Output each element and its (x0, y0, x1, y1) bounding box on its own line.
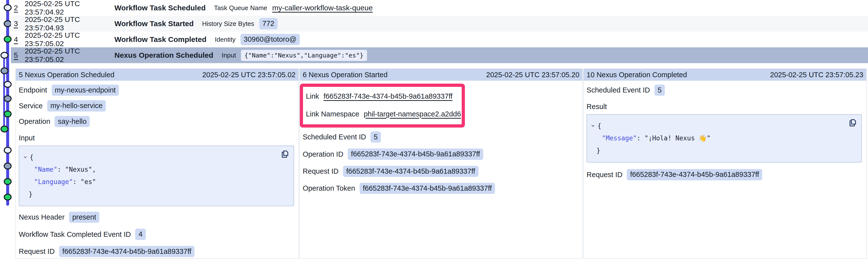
timeline-dot-event-4[interactable] (4, 36, 11, 43)
timeline-dot-event-8[interactable] (4, 95, 11, 102)
event-row-nexus-operation-scheduled[interactable]: 5 2025-02-25 UTC 23:57:05.02 Nexus Opera… (11, 47, 868, 63)
nexus-header-label: Nexus Header (19, 213, 64, 221)
json-open-brace: { (597, 120, 601, 132)
endpoint-badge: my-nexus-endpoint (52, 85, 119, 96)
panel-header: 5 Nexus Operation Scheduled 2025-02-25 U… (16, 69, 299, 81)
event-name: Workflow Task Completed (115, 35, 206, 44)
timeline-dot-event-9[interactable] (4, 111, 11, 117)
copy-icon (280, 149, 290, 159)
link-namespace-link[interactable]: phil-target-namespace2.a2dd6 (364, 110, 461, 118)
event-timestamp: 2025-02-25 UTC 23:57:04.92 (25, 0, 115, 16)
json-key: "Language" (34, 178, 73, 186)
timeline-dot-event-11[interactable] (4, 147, 11, 154)
wtc-event-id-label: Workflow Task Completed Event ID (19, 230, 131, 238)
panel-title: 6 Nexus Operation Started (303, 71, 388, 79)
timeline-dot-event-7[interactable] (4, 81, 11, 88)
event-row-workflow-task-started[interactable]: 3 2025-02-25 UTC 23:57:04.93 Workflow Ta… (11, 16, 868, 32)
timeline-branch-line (3, 55, 5, 130)
json-value: : "es" (73, 178, 96, 186)
event-row-workflow-task-scheduled[interactable]: 2 2025-02-25 UTC 23:57:04.92 Workflow Ta… (11, 0, 868, 16)
copy-icon (847, 118, 857, 128)
panel-title: 10 Nexus Operation Completed (587, 71, 687, 79)
panel-nexus-operation-started: 6 Nexus Operation Started 2025-02-25 UTC… (300, 69, 583, 259)
request-id-label: Request ID (587, 171, 622, 179)
task-queue-link[interactable]: my-caller-workflow-task-queue (272, 4, 373, 12)
event-name: Nexus Operation Scheduled (115, 51, 213, 60)
event-history-rows: 2 2025-02-25 UTC 23:57:04.92 Workflow Ta… (11, 0, 868, 63)
json-close-brace: } (590, 144, 857, 157)
panel-title: 5 Nexus Operation Scheduled (19, 71, 115, 79)
timeline-dot-event-6[interactable] (0, 67, 8, 74)
request-id-label: Request ID (303, 167, 339, 175)
event-id-link[interactable]: 2 (14, 4, 25, 12)
panel-timestamp: 2025-02-25 UTC 23:57:05.02 (202, 71, 296, 79)
panel-timestamp: 2025-02-25 UTC 23:57:05.20 (486, 71, 579, 79)
timeline-dot-event-12[interactable] (4, 162, 11, 170)
panel-header: 6 Nexus Operation Started 2025-02-25 UTC… (300, 69, 583, 81)
identity-badge: 30960@totoro@ (241, 34, 300, 45)
json-value: : "¡Hola! Nexus 👋" (637, 135, 711, 142)
panel-timestamp: 2025-02-25 UTC 23:57:05.23 (770, 71, 863, 79)
event-attr-label: Input (222, 51, 236, 59)
event-row-workflow-task-completed[interactable]: 4 2025-02-25 UTC 23:57:05.02 Workflow Ta… (11, 32, 868, 47)
json-close-brace: } (23, 188, 289, 200)
operation-id-badge: f665283f-743e-4374-b45b-9a61a89337ff (348, 149, 483, 160)
link-namespace-label: Link Namespace (306, 110, 359, 118)
request-id-badge: f665283f-743e-4374-b45b-9a61a89337ff (627, 169, 762, 180)
request-id-label: Request ID (19, 248, 55, 256)
event-attr-label: History Size Bytes (202, 20, 254, 28)
timeline-main-line (6, 0, 9, 206)
request-id-badge: f665283f-743e-4374-b45b-9a61a89337ff (343, 166, 478, 177)
timeline-dot-event-3[interactable] (4, 20, 11, 27)
service-badge: my-hello-service (47, 100, 106, 111)
nexus-header-badge: present (69, 212, 99, 223)
history-size-badge: 772 (259, 18, 278, 29)
event-id-link[interactable]: 4 (14, 35, 25, 44)
input-json-viewer: { "Name": "Nexus", "Language": "es" } (19, 146, 294, 206)
event-name: Workflow Task Scheduled (115, 4, 206, 12)
scheduled-event-id-label: Scheduled Event ID (587, 86, 650, 94)
json-key: "Message" (602, 135, 637, 142)
scheduled-event-id-badge: 5 (654, 85, 665, 96)
panel-body: Link f665283f-743e-4374-b45b-9a61a89337f… (300, 81, 583, 258)
chevron-down-icon[interactable] (23, 155, 28, 160)
copy-button[interactable] (280, 149, 290, 159)
copy-button[interactable] (847, 118, 857, 128)
json-line: "Name": "Nexus", (23, 163, 289, 176)
timeline-dot-event-2[interactable] (4, 4, 11, 11)
operation-badge: say-hello (55, 116, 90, 127)
operation-label: Operation (19, 117, 50, 125)
wtc-event-id-badge: 4 (135, 229, 146, 240)
chevron-down-icon[interactable] (590, 123, 595, 128)
link-highlight-box: Link f665283f-743e-4374-b45b-9a61a89337f… (300, 84, 465, 127)
timeline-dot-event-14[interactable] (4, 194, 11, 200)
event-timestamp: 2025-02-25 UTC 23:57:04.93 (25, 15, 115, 32)
panel-nexus-operation-completed: 10 Nexus Operation Completed 2025-02-25 … (583, 69, 867, 259)
timeline-dot-event-5[interactable] (0, 52, 8, 59)
json-key: "Name" (34, 166, 57, 173)
event-timestamp: 2025-02-25 UTC 23:57:05.02 (25, 47, 115, 64)
timeline-dot-event-13[interactable] (4, 178, 11, 185)
workflow-event-history-screen: 2 2025-02-25 UTC 23:57:04.92 Workflow Ta… (0, 0, 868, 260)
event-id-link[interactable]: 5 (14, 51, 25, 60)
event-timestamp: 2025-02-25 UTC 23:57:05.02 (25, 31, 115, 48)
input-label: Input (19, 134, 295, 142)
json-open-brace: { (30, 151, 34, 163)
link-label: Link (306, 92, 319, 100)
event-attr-label: Identity (215, 36, 236, 43)
operation-token-label: Operation Token (303, 184, 355, 192)
event-detail-panels: 5 Nexus Operation Scheduled 2025-02-25 U… (16, 69, 867, 259)
timeline-dot-event-10[interactable] (0, 125, 8, 133)
service-label: Service (19, 102, 43, 110)
event-id-link[interactable]: 3 (14, 20, 25, 28)
json-line: "Language": "es" (23, 176, 289, 188)
panel-header: 10 Nexus Operation Completed 2025-02-25 … (584, 69, 866, 81)
operation-token-badge: f665283f-743e-4374-b45b-9a61a89337ff (360, 183, 495, 194)
panel-body: Endpoint my-nexus-endpoint Service my-he… (16, 81, 299, 260)
request-id-badge: f665283f-743e-4374-b45b-9a61a89337ff (59, 246, 194, 257)
json-line: "Message": "¡Hola! Nexus 👋" (590, 132, 857, 144)
link-value-link[interactable]: f665283f-743e-4374-b45b-9a61a89337ff (323, 92, 453, 100)
result-json-viewer: { "Message": "¡Hola! Nexus 👋" } (587, 114, 862, 162)
panel-nexus-operation-scheduled: 5 Nexus Operation Scheduled 2025-02-25 U… (16, 69, 299, 259)
scheduled-event-id-badge: 5 (370, 132, 381, 143)
